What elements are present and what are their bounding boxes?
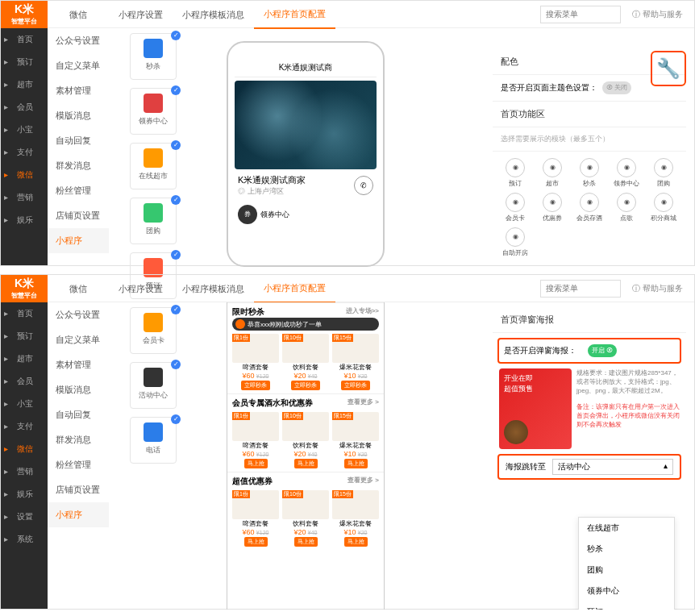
buy-button[interactable]: 马上抢 [294,459,318,468]
nav-营销[interactable]: ▸营销 [1,186,48,209]
submenu-小程序[interactable]: 小程序 [48,228,109,253]
nav-微信[interactable]: ▸微信 [1,438,48,460]
more-link[interactable]: 查看更多 > [348,397,379,409]
nav-系统[interactable]: ▸系统 [1,528,48,551]
submenu-粉丝管理[interactable]: 粉丝管理 [48,178,109,203]
module-电话[interactable]: ✓电话 [130,417,177,464]
submenu-自动回复[interactable]: 自动回复 [48,402,109,427]
nav-支付[interactable]: ▸支付 [1,141,48,164]
coupon-icon[interactable]: 券 [238,205,257,224]
more-link[interactable]: 进入专场>> [346,306,379,318]
product-card[interactable]: 限10份饮料套餐¥20 ¥40立即秒杀 [282,334,329,390]
submenu-店铺页设置[interactable]: 店铺页设置 [48,477,109,502]
submenu-群发消息[interactable]: 群发消息 [48,153,109,178]
buy-button[interactable]: 立即秒杀 [341,381,370,390]
submenu-群发消息[interactable]: 群发消息 [48,427,109,452]
nav-设置[interactable]: ▸设置 [1,506,48,528]
nav-小宝[interactable]: ▸小宝 [1,119,48,141]
submenu-素材管理[interactable]: 素材管理 [48,78,109,103]
buy-button[interactable]: 立即秒杀 [291,381,320,390]
option-在线超市[interactable]: 在线超市 [579,518,674,539]
submenu-公众号设置[interactable]: 公众号设置 [48,28,109,53]
module-在线超市[interactable]: ✓在线超市 [130,143,177,189]
buy-button[interactable]: 马上抢 [294,537,318,547]
func-会员卡[interactable]: ◉会员卡 [499,193,531,223]
nav-支付[interactable]: ▸支付 [1,415,48,438]
module-会员卡[interactable]: ✓会员卡 [130,307,177,354]
func-领券中心[interactable]: ◉领券中心 [610,158,643,188]
submenu-店铺页设置[interactable]: 店铺页设置 [48,203,109,228]
submenu-自动回复[interactable]: 自动回复 [48,128,109,153]
nav-小宝[interactable]: ▸小宝 [1,393,48,415]
func-超市[interactable]: ◉超市 [536,158,568,188]
product-card[interactable]: 限15份爆米花套餐¥10 ¥20马上抢 [332,412,379,468]
func-优惠券[interactable]: ◉优惠券 [536,193,568,223]
theme-toggle[interactable]: ⦿ 关闭 [602,81,631,94]
help-link[interactable]: ⓘ 帮助与服务 [632,9,683,20]
product-card[interactable]: 限15份爆米花套餐¥10 ¥20马上抢 [332,490,379,547]
product-card[interactable]: 限1份啤酒套餐¥60 ¥120马上抢 [232,490,279,547]
tab-小程序模板消息[interactable]: 小程序模板消息 [173,1,254,28]
buy-button[interactable]: 马上抢 [344,537,368,547]
submenu-模版消息[interactable]: 模版消息 [48,377,109,402]
submenu-自定义菜单[interactable]: 自定义菜单 [48,327,109,352]
func-会员存酒[interactable]: ◉会员存酒 [573,193,606,223]
product-card[interactable]: 限15份爆米花套餐¥10 ¥20立即秒杀 [332,334,379,390]
popup-toggle[interactable]: 开启 ⦿ [588,344,617,357]
func-点歌[interactable]: ◉点歌 [610,193,643,223]
nav-娱乐[interactable]: ▸娱乐 [1,209,48,231]
module-团购[interactable]: ✓团购 [130,198,177,244]
jump-select[interactable]: 活动中心▴ [552,459,673,475]
submenu-自定义菜单[interactable]: 自定义菜单 [48,53,109,78]
submenu-粉丝管理[interactable]: 粉丝管理 [48,452,109,477]
func-团购[interactable]: ◉团购 [647,158,680,188]
option-预订[interactable]: 预订 [579,601,674,610]
buy-button[interactable]: 立即秒杀 [241,381,270,390]
nav-超市[interactable]: ▸超市 [1,348,48,370]
wrench-icon[interactable]: 🔧 [651,51,686,86]
tab-小程序设置[interactable]: 小程序设置 [109,1,173,28]
nav-预订[interactable]: ▸预订 [1,51,48,73]
tab-小程序首页配置[interactable]: 小程序首页配置 [254,0,335,29]
buy-button[interactable]: 马上抢 [344,459,368,468]
nav-微信[interactable]: ▸微信 [1,164,48,186]
product-card[interactable]: 限10份饮料套餐¥20 ¥40马上抢 [282,412,329,468]
product-card[interactable]: 限10份饮料套餐¥20 ¥40马上抢 [282,490,329,547]
more-link[interactable]: 查看更多 > [348,476,379,487]
option-秒杀[interactable]: 秒杀 [579,539,674,560]
option-团购[interactable]: 团购 [579,560,674,581]
tab-小程序设置[interactable]: 小程序设置 [109,275,173,302]
search-input[interactable] [540,6,621,23]
module-秒杀[interactable]: ✓秒杀 [130,33,177,80]
nav-营销[interactable]: ▸营销 [1,460,48,483]
search-input[interactable] [540,280,621,298]
product-card[interactable]: 限1份啤酒套餐¥60 ¥120立即秒杀 [232,334,279,390]
nav-会员[interactable]: ▸会员 [1,96,48,119]
nav-超市[interactable]: ▸超市 [1,73,48,96]
submenu-公众号设置[interactable]: 公众号设置 [48,302,109,327]
nav-会员[interactable]: ▸会员 [1,370,48,393]
call-icon[interactable]: ✆ [354,176,373,195]
buy-button[interactable]: 马上抢 [244,537,268,547]
tab-小程序首页配置[interactable]: 小程序首页配置 [254,274,335,303]
help-link[interactable]: ⓘ 帮助与服务 [632,283,683,294]
func-积分商城[interactable]: ◉积分商城 [647,193,680,223]
func-自助开房[interactable]: ◉自助开房 [499,227,531,257]
nav-娱乐[interactable]: ▸娱乐 [1,483,48,506]
nav-首页[interactable]: ▸首页 [1,28,48,51]
module-领券中心[interactable]: ✓领券中心 [130,88,177,135]
submenu-素材管理[interactable]: 素材管理 [48,352,109,377]
module-活动中心[interactable]: ✓活动中心 [130,362,177,409]
tab-微信[interactable]: 微信 [48,275,109,302]
submenu-模版消息[interactable]: 模版消息 [48,103,109,128]
product-card[interactable]: 限1份啤酒套餐¥60 ¥120马上抢 [232,412,279,468]
tab-小程序模板消息[interactable]: 小程序模板消息 [173,275,254,302]
nav-首页[interactable]: ▸首页 [1,302,48,325]
poster-image[interactable]: 开业在即超值预售 [499,368,572,449]
buy-button[interactable]: 马上抢 [244,459,268,468]
option-领券中心[interactable]: 领券中心 [579,581,674,601]
submenu-小程序[interactable]: 小程序 [48,502,109,527]
tab-微信[interactable]: 微信 [48,1,109,28]
func-秒杀[interactable]: ◉秒杀 [573,158,606,188]
func-预订[interactable]: ◉预订 [499,158,531,188]
